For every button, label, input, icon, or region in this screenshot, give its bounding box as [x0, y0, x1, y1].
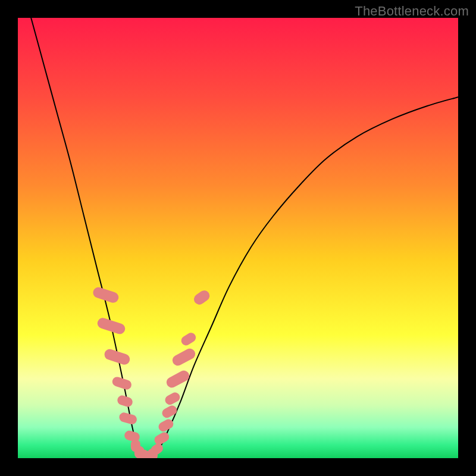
curve-marker [164, 391, 181, 407]
curve-marker [192, 289, 211, 307]
plot-area [18, 18, 458, 458]
curve-marker [116, 394, 134, 408]
curve-marker [171, 346, 197, 367]
curve-marker [103, 347, 131, 366]
curve-marker [160, 404, 178, 420]
curve-marker [165, 368, 191, 389]
curve-marker [111, 375, 133, 391]
curve-marker [92, 286, 120, 305]
curve-marker [118, 412, 138, 425]
chart-frame: TheBottleneck.com [0, 0, 476, 476]
attribution-text: TheBottleneck.com [355, 4, 469, 19]
markers-layer [18, 18, 458, 458]
curve-marker [180, 331, 198, 347]
curve-marker [96, 317, 126, 336]
curve-marker [156, 417, 174, 433]
